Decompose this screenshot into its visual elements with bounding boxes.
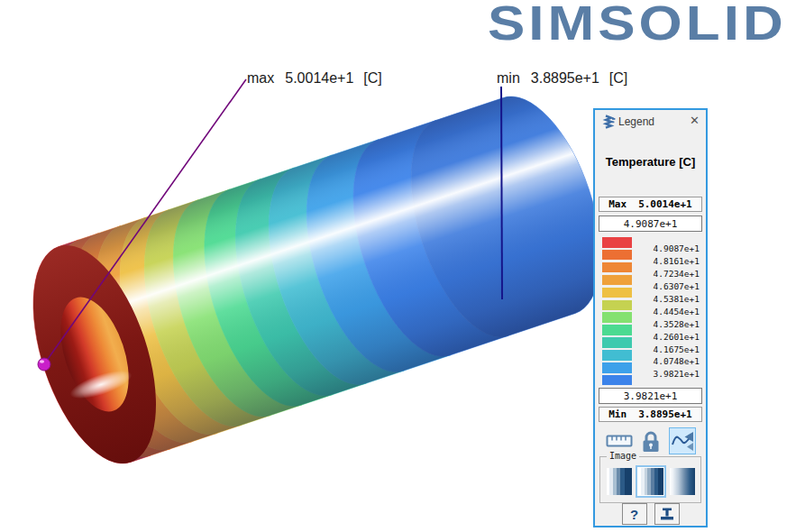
scale-label: 4.1675e+1 <box>654 344 700 355</box>
scale-label: 3.9821e+1 <box>654 369 700 380</box>
scale-label: 4.4454e+1 <box>654 307 700 317</box>
max-annotation-value: 5.0014e+1 <box>285 70 353 87</box>
scale-label: 4.6307e+1 <box>654 281 700 292</box>
min-leader-line <box>501 87 502 299</box>
simsolid-logo: SIMSOLID <box>488 0 787 50</box>
legend-panel-icon <box>601 115 617 130</box>
legend-panel: Legend ✕ Temperature [C] Max 5.0014e+1 4… <box>593 108 708 527</box>
image-group: Image <box>599 456 701 503</box>
close-icon[interactable]: ✕ <box>690 114 700 127</box>
lock-button[interactable] <box>640 429 662 454</box>
image-style-stepped-coarse[interactable] <box>607 468 632 495</box>
legend-titlebar[interactable]: Legend ✕ <box>595 110 706 133</box>
scale-color-block <box>602 300 632 311</box>
min-annotation-label: min <box>497 70 520 87</box>
scale-color-block <box>602 288 632 298</box>
ruler-icon <box>606 432 633 450</box>
max-annotation-unit: [C] <box>363 70 381 87</box>
scale-label: 4.3528e+1 <box>654 319 700 330</box>
scale-color-block <box>602 312 632 323</box>
app-canvas: { "logo": { "text": "SIMSOLID", "color":… <box>0 0 805 532</box>
scale-color-block <box>602 262 632 273</box>
scale-color-block <box>602 275 632 286</box>
help-button[interactable]: ? <box>622 503 647 525</box>
legend-title: Legend <box>618 115 654 128</box>
image-group-label: Image <box>607 451 639 461</box>
max-value-row: Max 5.0014e+1 <box>599 197 702 212</box>
scale-label: 4.8161e+1 <box>654 256 700 267</box>
legend-bottom-buttons: ? <box>595 503 706 525</box>
max-row-label: Max <box>608 198 627 210</box>
stamp-icon <box>659 507 675 521</box>
image-style-selected-frame[interactable] <box>636 465 666 498</box>
scale-color-block <box>602 237 632 248</box>
result-field-title: Temperature [C] <box>595 155 706 169</box>
scale-color-block <box>602 250 632 261</box>
max-marker-highlight <box>40 360 44 363</box>
min-annotation: min 3.8895e+1 [C] <box>497 70 627 87</box>
max-location-marker <box>38 358 50 371</box>
max-annotation-label: max <box>247 70 274 87</box>
cylinder-model <box>9 81 625 479</box>
scale-label: 4.7234e+1 <box>654 269 700 280</box>
image-style-smooth[interactable] <box>670 468 695 495</box>
scale-label: 4.0748e+1 <box>654 356 700 367</box>
scale-color-block <box>602 350 632 361</box>
min-annotation-value: 3.8895e+1 <box>531 70 599 87</box>
scale-color-block <box>602 375 632 386</box>
scale-color-block <box>602 325 632 335</box>
max-annotation: max 5.0014e+1 [C] <box>247 70 382 87</box>
min-row-value: 3.8895e+1 <box>638 408 692 420</box>
scale-label: 4.2601e+1 <box>654 332 700 343</box>
scale-label: 4.9087e+1 <box>654 243 700 254</box>
min-value-row: Min 3.8895e+1 <box>599 407 702 422</box>
scale-color-block <box>602 362 632 373</box>
max-row-value: 5.0014e+1 <box>638 198 692 210</box>
scale-color-block <box>602 337 632 348</box>
image-style-options <box>600 465 700 498</box>
min-row-label: Min <box>608 408 627 420</box>
curve-markers-button[interactable] <box>669 427 696 454</box>
apply-button[interactable] <box>654 503 680 525</box>
min-annotation-unit: [C] <box>609 70 627 87</box>
scale-label: 4.5381e+1 <box>654 294 700 305</box>
lock-icon <box>640 429 662 454</box>
ruler-button[interactable] <box>606 432 633 450</box>
curve-markers-icon <box>671 429 694 453</box>
lower-bound-input[interactable] <box>599 388 702 404</box>
upper-bound-input[interactable] <box>599 216 702 232</box>
image-style-stepped-fine <box>638 468 663 495</box>
color-scale: 4.9087e+14.8161e+14.7234e+14.6307e+14.53… <box>600 237 700 389</box>
